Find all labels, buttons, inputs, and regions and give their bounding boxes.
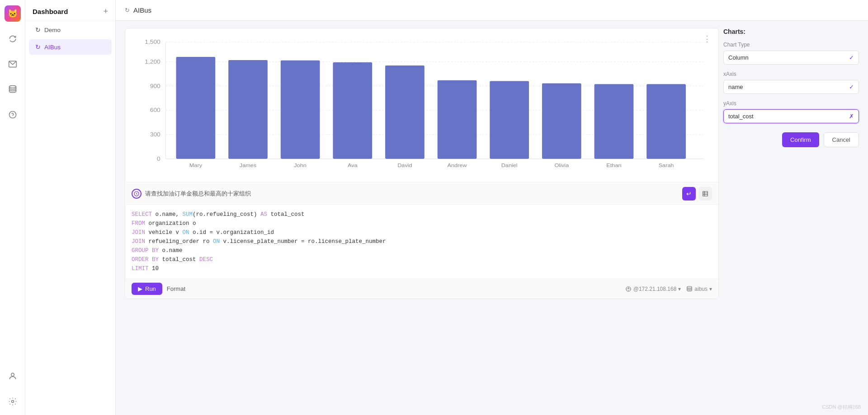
xaxis-chevron: ✓ [849,84,854,90]
main-card: ⋮ [125,28,719,299]
ip-label: @172.21.108.168 [633,286,677,292]
sidebar-header: Dashboard + [25,0,115,21]
svg-text:Sarah: Sarah [659,163,674,168]
bar-john[interactable] [281,61,320,159]
sidebar-item-demo[interactable]: ↻ Demo [29,22,112,37]
settings-icon[interactable] [5,393,21,410]
svg-text:300: 300 [150,131,160,138]
main-header: ↻ AIBus [116,0,868,21]
bar-mary[interactable] [176,57,216,159]
bar-sarah[interactable] [646,84,686,159]
chart-type-select[interactable]: Column ✓ [723,51,859,65]
cycle-icon[interactable] [5,31,21,47]
code-line-2: FROM organization o [132,219,712,228]
yaxis-label: yAxis [723,100,859,107]
charts-config-panel: Charts: Chart Type Column ✓ xAxis name ✓ [723,28,859,147]
mail-icon[interactable] [5,56,21,72]
sidebar-item-aibus[interactable]: ↻ AIBus [29,39,112,55]
svg-text:1,200: 1,200 [145,59,160,65]
xaxis-label: xAxis [723,71,859,77]
sql-section: 请查找加油订单金额总和最高的十家组织 ↵ SELECT o.name, SUM(… [125,182,718,298]
svg-point-3 [11,373,14,376]
prompt-icon [132,189,142,199]
bar-ethan[interactable] [594,84,634,159]
github-icon[interactable] [5,107,21,123]
aibus-icon: ↻ [35,43,41,51]
card-menu-button[interactable]: ⋮ [703,34,712,44]
chart-type-value: Column [728,54,749,61]
ip-chevron: ▾ [678,286,681,292]
code-line-6: ORDER BY total_cost DESC [132,255,712,264]
cancel-button[interactable]: Cancel [824,132,859,147]
main-body: ⋮ [116,21,868,415]
code-line-3: JOIN vehicle v ON o.id = v.organization_… [132,228,712,237]
bar-olivia[interactable] [542,84,581,159]
ip-selector[interactable]: @172.21.108.168 ▾ [625,286,681,292]
icon-bar: 🐱 [0,0,25,415]
run-icon: ▶ [138,285,142,292]
svg-text:900: 900 [150,83,160,89]
bar-ava[interactable] [333,62,372,159]
code-line-5: GROUP BY o.name [132,246,712,255]
sidebar-item-label-demo: Demo [44,27,61,33]
chart-type-chevron: ✓ [849,54,854,61]
yaxis-group: yAxis total_cost ✗ [723,100,859,123]
sql-actions: ↵ [682,187,712,201]
enter-button[interactable]: ↵ [682,187,696,201]
database-icon[interactable] [5,81,21,98]
page-title: AIBus [133,6,151,14]
xaxis-value: name [728,84,743,90]
bar-james[interactable] [228,60,268,159]
db-chevron: ▾ [709,286,712,292]
svg-text:1,500: 1,500 [145,39,160,45]
sql-prompt-text: 请查找加油订单金额总和最高的十家组织 [145,190,679,198]
sql-footer: ▶ Run Format @172.21.108.168 ▾ [125,279,718,298]
sidebar-item-label-aibus: AIBus [44,44,61,51]
run-label: Run [145,285,156,292]
yaxis-chevron: ✗ [849,113,854,120]
demo-icon: ↻ [35,26,41,33]
code-editor[interactable]: SELECT o.name, SUM(ro.refueling_cost) AS… [125,205,718,279]
db-selector[interactable]: aibus ▾ [686,286,712,292]
table-view-button[interactable] [698,187,712,201]
format-button[interactable]: Format [167,285,185,292]
xaxis-group: xAxis name ✓ [723,71,859,94]
svg-text:Mary: Mary [189,163,202,168]
confirm-button[interactable]: Confirm [782,132,819,147]
confirm-row: Confirm Cancel [723,132,859,147]
run-button[interactable]: ▶ Run [132,283,162,295]
code-line-1: SELECT o.name, SUM(ro.refueling_cost) AS… [132,210,712,219]
chart-type-group: Chart Type Column ✓ [723,42,859,65]
svg-text:Daniel: Daniel [501,163,518,168]
svg-rect-28 [703,191,708,196]
bar-daniel[interactable] [490,81,529,159]
svg-text:Andrew: Andrew [448,163,467,168]
svg-text:David: David [397,163,412,168]
sql-meta: @172.21.108.168 ▾ aibus ▾ [625,286,712,292]
yaxis-value: total_cost [728,113,754,120]
app-logo[interactable]: 🐱 [5,5,21,22]
charts-title: Charts: [723,28,859,35]
main-content: ↻ AIBus ⋮ [116,0,868,415]
add-dashboard-button[interactable]: + [103,7,108,15]
bar-david[interactable] [385,65,425,159]
svg-text:0: 0 [157,155,160,162]
sidebar-title: Dashboard [33,8,68,15]
svg-point-2 [9,112,16,118]
svg-text:Olivia: Olivia [554,163,569,168]
xaxis-select[interactable]: name ✓ [723,80,859,94]
user-icon[interactable] [5,368,21,384]
bar-andrew[interactable] [438,80,477,159]
watermark: CSDN @桔桐168 [822,404,861,410]
chart-area: 0 300 600 900 1,200 1,500 Mary [125,28,718,182]
svg-text:600: 600 [150,107,160,113]
svg-text:Ava: Ava [348,163,358,168]
yaxis-select[interactable]: total_cost ✗ [723,109,859,123]
sidebar: Dashboard + ↻ Demo ↻ AIBus [25,0,116,415]
svg-point-33 [687,286,692,288]
content-panel: ⋮ [125,28,859,299]
svg-point-4 [11,401,14,403]
bar-chart: 0 300 600 900 1,200 1,500 Mary [134,37,709,177]
chart-type-label: Chart Type [723,42,859,48]
svg-text:James: James [240,163,256,168]
